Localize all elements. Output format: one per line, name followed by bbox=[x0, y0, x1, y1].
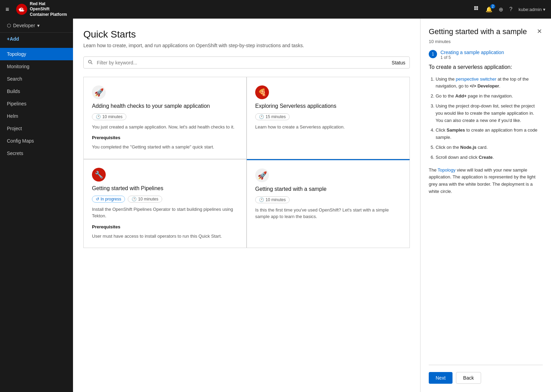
panel-close-button[interactable]: ✕ bbox=[536, 27, 543, 36]
card-badges-1: 🕐 10 minutes bbox=[92, 113, 238, 120]
sidebar-item-builds[interactable]: Builds bbox=[0, 85, 73, 97]
panel-section-title: To create a serverless application: bbox=[429, 64, 543, 70]
card-desc-3: Install the OpenShift Pipelines Operator… bbox=[92, 206, 238, 219]
svg-point-6 bbox=[89, 60, 91, 63]
topology-label: Topology bbox=[7, 51, 26, 57]
secrets-label: Secrets bbox=[7, 151, 23, 156]
svg-text:🚀: 🚀 bbox=[258, 171, 267, 180]
card-time-3: 🕐 10 minutes bbox=[128, 196, 162, 203]
perspective-label: Developer bbox=[13, 23, 35, 28]
svg-rect-3 bbox=[476, 6, 478, 8]
svg-text:🍕: 🍕 bbox=[258, 88, 267, 96]
user-menu[interactable]: kube:admin ▾ bbox=[519, 7, 545, 12]
card-status-3: ↺ In progress bbox=[92, 196, 125, 203]
card-icon-rocket2: 🚀 bbox=[255, 168, 269, 182]
card-time-4: 🕐 10 minutes bbox=[255, 196, 290, 203]
status-filter[interactable]: Status bbox=[392, 60, 405, 65]
card-desc-2: Learn how to create a Serverless applica… bbox=[255, 124, 401, 131]
clock-icon-2: 🕐 bbox=[259, 114, 264, 119]
hamburger-menu[interactable]: ≡ bbox=[6, 6, 9, 13]
sidebar-item-topology[interactable]: Topology bbox=[0, 48, 73, 60]
help-icon[interactable]: ? bbox=[509, 6, 512, 12]
notifications-icon[interactable]: 🔔 2 bbox=[486, 6, 492, 13]
add-circle-icon[interactable]: ⊕ bbox=[499, 6, 503, 13]
svg-rect-5 bbox=[476, 8, 478, 10]
card-serverless[interactable]: 🍕 Exploring Serverless applications 🕐 15… bbox=[247, 77, 410, 159]
sidebar-item-configmaps[interactable]: Config Maps bbox=[0, 135, 73, 147]
card-icon-pipelines: 🔧 bbox=[92, 168, 106, 182]
panel-header: Getting started with a sample ✕ bbox=[429, 27, 543, 37]
builds-label: Builds bbox=[7, 89, 20, 94]
sidebar-item-monitoring[interactable]: Monitoring bbox=[0, 60, 73, 73]
nav-icons: 🔔 2 ⊕ ? kube:admin ▾ bbox=[474, 6, 545, 13]
panel-instructions: Using the perspective switcher at the to… bbox=[429, 76, 543, 365]
main-content: Quick Starts Learn how to create, import… bbox=[73, 19, 420, 392]
panel-body-text: The Topology view will load with your ne… bbox=[429, 167, 543, 195]
page-subtitle: Learn how to create, import, and run app… bbox=[83, 43, 410, 48]
clock-icon-4: 🕐 bbox=[259, 197, 264, 202]
panel-footer: Next Back bbox=[429, 365, 543, 384]
svg-line-7 bbox=[91, 63, 93, 64]
card-health-checks[interactable]: 🚀 Adding health checks to your sample ap… bbox=[83, 77, 247, 159]
card-badges-2: 🕐 15 minutes bbox=[255, 113, 401, 120]
card-icon-rocket: 🚀 bbox=[92, 85, 106, 99]
card-badges-3: ↺ In progress 🕐 10 minutes bbox=[92, 196, 238, 203]
card-title-2: Exploring Serverless applications bbox=[255, 103, 401, 110]
card-pipelines[interactable]: 🔧 Getting started with Pipelines ↺ In pr… bbox=[83, 159, 247, 248]
svg-text:🚀: 🚀 bbox=[94, 88, 104, 97]
project-label: Project bbox=[7, 126, 22, 131]
apps-icon[interactable] bbox=[474, 6, 479, 13]
perspective-switcher[interactable]: ⬡ Developer ▾ bbox=[0, 19, 73, 33]
next-button[interactable]: Next bbox=[429, 372, 453, 384]
clock-icon-1: 🕐 bbox=[96, 114, 101, 119]
card-time-2: 🕐 15 minutes bbox=[255, 113, 290, 120]
card-icon-serverless: 🍕 bbox=[255, 85, 269, 99]
card-prereq-label-3: Prerequisites bbox=[92, 224, 238, 229]
perspective-chevron: ▾ bbox=[37, 23, 40, 28]
sidebar-item-project[interactable]: Project bbox=[0, 122, 73, 135]
instruction-3: Using the project drop-down list, select… bbox=[436, 103, 543, 124]
configmaps-label: Config Maps bbox=[7, 138, 34, 144]
card-desc-1: You just created a sample application. N… bbox=[92, 124, 238, 131]
search-label: Search bbox=[7, 76, 22, 82]
username: kube:admin bbox=[519, 7, 542, 12]
step-title[interactable]: Creating a sample application bbox=[440, 50, 543, 55]
instruction-6: Scroll down and click Create. bbox=[436, 154, 543, 161]
svg-rect-2 bbox=[474, 6, 476, 8]
product-logo: Red Hat OpenShift Container Platform bbox=[16, 1, 67, 18]
svg-text:🔧: 🔧 bbox=[95, 171, 103, 179]
back-button[interactable]: Back bbox=[456, 372, 481, 384]
step-number: 1 bbox=[429, 50, 437, 58]
card-title-4: Getting started with a sample bbox=[255, 186, 401, 193]
cards-grid: 🚀 Adding health checks to your sample ap… bbox=[83, 77, 410, 248]
instruction-5: Click on the Node.js card. bbox=[436, 144, 543, 151]
clock-icon-3: 🕐 bbox=[132, 197, 137, 202]
card-title-3: Getting started with Pipelines bbox=[92, 185, 238, 192]
pipelines-label: Pipelines bbox=[7, 101, 27, 106]
top-navigation: ≡ Red Hat OpenShift Container Platform 🔔… bbox=[0, 0, 551, 19]
add-button[interactable]: +Add bbox=[0, 33, 73, 45]
step-progress: 1 of 5 bbox=[440, 55, 543, 60]
helm-label: Helm bbox=[7, 113, 18, 119]
step-content: Creating a sample application 1 of 5 bbox=[440, 50, 543, 60]
keyword-filter-input[interactable] bbox=[97, 60, 387, 65]
sidebar: ⬡ Developer ▾ +Add Topology Monitoring S… bbox=[0, 19, 73, 392]
card-prereq-label-1: Prerequisites bbox=[92, 135, 238, 140]
instruction-2: Go to the Add+ page in the navigation. bbox=[436, 93, 543, 100]
right-panel: Getting started with a sample ✕ 10 minut… bbox=[420, 19, 551, 392]
topology-link[interactable]: Topology bbox=[438, 167, 456, 173]
instruction-4: Click Samples to create an application f… bbox=[436, 127, 543, 141]
page-title: Quick Starts bbox=[83, 29, 410, 40]
sidebar-item-pipelines[interactable]: Pipelines bbox=[0, 97, 73, 110]
sidebar-item-search[interactable]: Search bbox=[0, 73, 73, 85]
sidebar-item-secrets[interactable]: Secrets bbox=[0, 147, 73, 159]
instruction-1: Using the perspective switcher at the to… bbox=[436, 76, 543, 90]
card-sample[interactable]: 🚀 Getting started with a sample 🕐 10 min… bbox=[247, 159, 410, 248]
instructions-list: Using the perspective switcher at the to… bbox=[429, 76, 543, 161]
redhat-logo-icon bbox=[16, 4, 27, 15]
card-time-1: 🕐 10 minutes bbox=[92, 113, 126, 120]
sidebar-item-helm[interactable]: Helm bbox=[0, 110, 73, 122]
card-title-1: Adding health checks to your sample appl… bbox=[92, 103, 238, 110]
perspective-switcher-link[interactable]: perspective switcher bbox=[456, 76, 497, 82]
panel-step-indicator: 1 Creating a sample application 1 of 5 bbox=[429, 50, 543, 60]
